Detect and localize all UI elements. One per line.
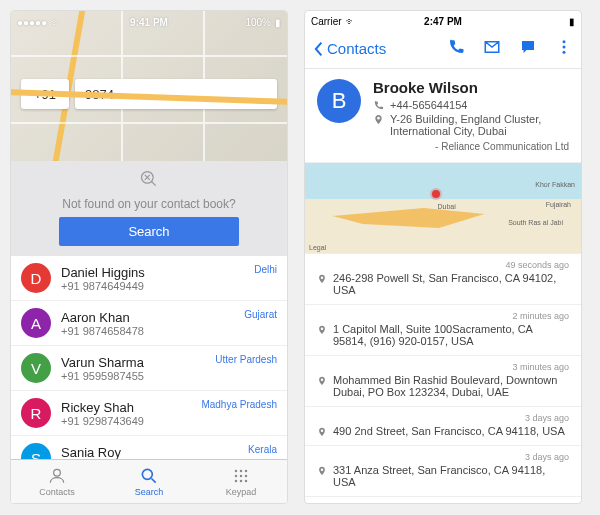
contact-phone: +91 9595987455: [61, 370, 277, 382]
map-city-label: Dubai: [437, 203, 455, 210]
contact-name: Sania Roy: [61, 445, 277, 460]
svg-line-1: [152, 182, 156, 186]
map-legal: Legal: [309, 244, 326, 251]
status-bar: ●●●●●ᯤ 9:41 PM 100%▮: [11, 13, 287, 31]
phone-contact-detail: Carrierᯤ 2:47 PM ▮ Contacts B Brooke Wil…: [304, 10, 582, 504]
history-address: 246-298 Powell St, San Francisco, CA 941…: [333, 272, 569, 296]
svg-point-16: [563, 40, 566, 43]
svg-point-8: [240, 470, 243, 473]
history-item[interactable]: 49 seconds ago246-298 Powell St, San Fra…: [305, 254, 581, 305]
history-time: 3 days ago: [317, 413, 569, 423]
avatar: S: [21, 443, 51, 459]
not-found-panel: Not found on your contact book? Search: [11, 161, 287, 256]
email-icon[interactable]: [483, 38, 501, 60]
phone-search-input[interactable]: 9874: [75, 79, 277, 109]
history-time: 2 minutes ago: [317, 311, 569, 321]
history-address: Mohammed Bin Rashid Boulevard, Downtown …: [333, 374, 569, 398]
tab-bar: Contacts Search Keypad: [11, 459, 287, 503]
avatar: A: [21, 308, 51, 338]
nav-bar: Contacts: [305, 29, 581, 69]
contact-phone: +44-565644154: [390, 99, 467, 111]
avatar: V: [21, 353, 51, 383]
contact-region: Utter Pardesh: [215, 354, 277, 365]
map-preview[interactable]: +91 9874: [11, 11, 287, 161]
contact-region: Gujarat: [244, 309, 277, 320]
svg-point-4: [54, 469, 61, 476]
history-address: 1 Capitol Mall, Suite 100Sacramento, CA …: [333, 323, 569, 347]
phone-search-screen: ●●●●●ᯤ 9:41 PM 100%▮ +91 9874 Not found …: [10, 10, 288, 504]
svg-point-17: [563, 45, 566, 48]
tab-label: Keypad: [226, 487, 257, 497]
avatar: B: [317, 79, 361, 123]
history-time: 49 seconds ago: [317, 260, 569, 270]
search-empty-icon: [139, 169, 159, 189]
contact-region: Delhi: [254, 264, 277, 275]
history-time: 3 minutes ago: [317, 362, 569, 372]
tab-contacts[interactable]: Contacts: [11, 460, 103, 503]
contact-row[interactable]: AAaron Khan+91 9874658478Gujarat: [11, 301, 287, 346]
tab-label: Search: [135, 487, 164, 497]
location-map[interactable]: Dubai Khor Fakkan Fujairah South Ras al …: [305, 162, 581, 254]
map-label: South Ras al Jabi: [508, 219, 563, 226]
battery-icon: ▮: [569, 16, 575, 27]
avatar: D: [21, 263, 51, 293]
tab-search[interactable]: Search: [103, 460, 195, 503]
contact-phone: +91 9298743649: [61, 415, 277, 427]
svg-point-10: [235, 475, 238, 478]
location-history: 49 seconds ago246-298 Powell St, San Fra…: [305, 254, 581, 503]
wifi-icon: ᯤ: [51, 17, 61, 28]
svg-point-9: [245, 470, 248, 473]
more-icon[interactable]: [555, 38, 573, 60]
contact-name: Brooke Wilson: [373, 79, 569, 96]
contact-row[interactable]: VVarun Sharma+91 9595987455Utter Pardesh: [11, 346, 287, 391]
contact-name: Daniel Higgins: [61, 265, 277, 280]
svg-point-12: [245, 475, 248, 478]
history-item[interactable]: 3 days ago490 2nd Street, San Francisco,…: [305, 407, 581, 446]
svg-point-18: [563, 50, 566, 53]
contact-phone: +91 9874658478: [61, 325, 277, 337]
contact-row[interactable]: SSania Roy+91 9874615464Kerala: [11, 436, 287, 459]
battery-pct: 100%: [245, 17, 271, 28]
svg-point-11: [240, 475, 243, 478]
map-pin-icon: [432, 190, 440, 198]
back-label: Contacts: [327, 40, 386, 57]
history-address: 490 2nd Street, San Francisco, CA 94118,…: [333, 425, 565, 437]
chat-icon[interactable]: [519, 38, 537, 60]
country-code-input[interactable]: +91: [21, 79, 69, 109]
contact-region: Madhya Pradesh: [201, 399, 277, 410]
provider-label: - Reliance Communication Ltd: [373, 141, 569, 152]
svg-point-7: [235, 470, 238, 473]
svg-line-6: [152, 479, 156, 483]
tab-label: Contacts: [39, 487, 75, 497]
tab-keypad[interactable]: Keypad: [195, 460, 287, 503]
history-address: 331 Anza Street, San Francisco, CA 94118…: [333, 464, 569, 488]
contact-region: Kerala: [248, 444, 277, 455]
svg-point-14: [240, 480, 243, 483]
profile-header: B Brooke Wilson +44-565644154 Y-26 Build…: [305, 69, 581, 162]
wifi-icon: ᯤ: [346, 16, 356, 27]
svg-point-5: [142, 469, 152, 479]
status-bar: Carrierᯤ 2:47 PM ▮: [305, 11, 581, 29]
contact-list: DDaniel Higgins+91 9874649449DelhiAAaron…: [11, 256, 287, 459]
call-icon[interactable]: [447, 38, 465, 60]
contact-row[interactable]: DDaniel Higgins+91 9874649449Delhi: [11, 256, 287, 301]
battery-icon: ▮: [275, 17, 281, 28]
history-item[interactable]: 2 minutes ago1 Capitol Mall, Suite 100Sa…: [305, 305, 581, 356]
contact-phone: +91 9874649449: [61, 280, 277, 292]
carrier-label: Carrier: [311, 16, 342, 27]
history-time: 3 days ago: [317, 452, 569, 462]
map-label: Khor Fakkan: [535, 181, 575, 188]
back-button[interactable]: Contacts: [313, 40, 386, 57]
map-label: Fujairah: [546, 201, 571, 208]
search-button[interactable]: Search: [59, 217, 239, 246]
history-item[interactable]: 3 minutes agoMohammed Bin Rashid Bouleva…: [305, 356, 581, 407]
svg-point-13: [235, 480, 238, 483]
avatar: R: [21, 398, 51, 428]
signal-dots: ●●●●●: [17, 17, 47, 28]
not-found-text: Not found on your contact book?: [23, 197, 275, 211]
contact-address: Y-26 Building, England Cluster, Internat…: [390, 113, 569, 137]
history-item[interactable]: 3 days ago331 Anza Street, San Francisco…: [305, 446, 581, 497]
svg-point-15: [245, 480, 248, 483]
contact-row[interactable]: RRickey Shah+91 9298743649Madhya Pradesh: [11, 391, 287, 436]
